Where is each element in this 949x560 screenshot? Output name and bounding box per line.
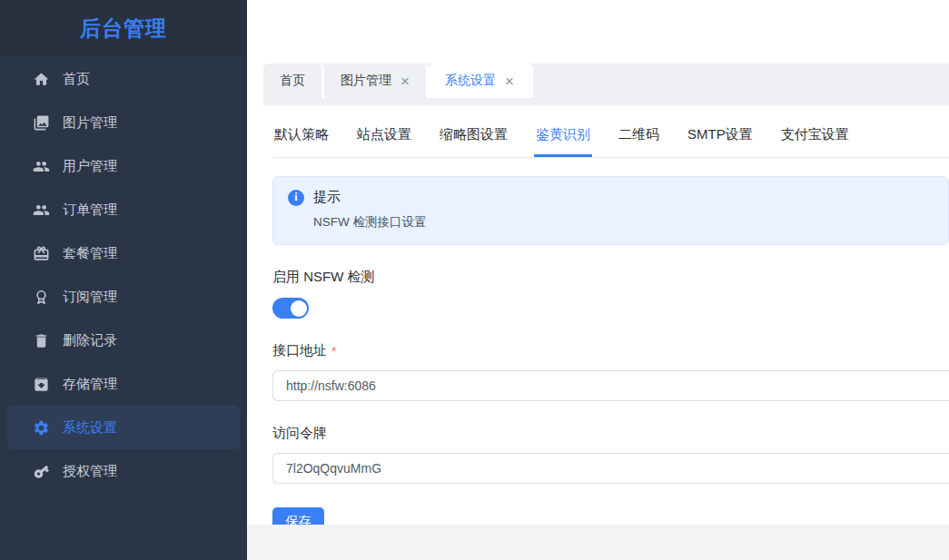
- required-asterisk: *: [331, 344, 336, 359]
- admin-app: 后台管理 首页 图片管理 用户管理: [0, 0, 949, 560]
- gear-icon: [33, 419, 50, 437]
- key-icon: [33, 463, 50, 480]
- users-icon: [33, 201, 50, 219]
- sidebar-item-home[interactable]: 首页: [7, 57, 240, 101]
- main-area: 首页 图片管理 × 系统设置 × 默认策略 站点设置 缩略图设置 鉴黄识别 二维…: [247, 0, 949, 560]
- sidebar-menu: 首页 图片管理 用户管理 订单管理: [0, 56, 247, 493]
- settings-tab-thumbnail-settings[interactable]: 缩略图设置: [438, 119, 509, 157]
- app-title: 后台管理: [80, 15, 167, 43]
- info-icon: i: [288, 190, 304, 206]
- sidebar-item-label: 套餐管理: [63, 245, 117, 262]
- close-icon[interactable]: ×: [400, 74, 410, 89]
- info-alert: i 提示 NSFW 检测接口设置: [272, 176, 949, 245]
- award-icon: [33, 289, 50, 306]
- sidebar-item-label: 订单管理: [63, 201, 117, 219]
- trash-icon: [33, 332, 50, 349]
- nsfw-toggle-label: 启用 NSFW 检测: [272, 269, 949, 286]
- home-icon: [33, 71, 50, 88]
- api-url-label: 接口地址 *: [272, 342, 949, 359]
- sidebar-item-system-settings[interactable]: 系统设置: [7, 406, 240, 449]
- sidebar-item-label: 用户管理: [63, 158, 117, 175]
- settings-tab-alipay[interactable]: 支付宝设置: [779, 119, 851, 157]
- sidebar: 后台管理 首页 图片管理 用户管理: [0, 0, 247, 560]
- settings-tabs: 默认策略 站点设置 缩略图设置 鉴黄识别 二维码 SMTP设置 支付宝设置: [272, 119, 949, 158]
- settings-tab-qrcode[interactable]: 二维码: [617, 119, 661, 157]
- sidebar-item-label: 订阅管理: [63, 289, 117, 306]
- sidebar-item-package-management[interactable]: 套餐管理: [7, 231, 240, 275]
- window-tab-image-management[interactable]: 图片管理 ×: [324, 64, 429, 98]
- window-tab-label: 首页: [280, 73, 305, 89]
- sidebar-item-label: 图片管理: [63, 114, 117, 132]
- toggle-knob: [291, 300, 307, 317]
- page-background: [247, 525, 949, 560]
- alert-title: 提示: [313, 189, 341, 206]
- token-input[interactable]: [272, 453, 949, 484]
- api-url-input[interactable]: [272, 370, 949, 401]
- window-tab-bar: 首页 图片管理 × 系统设置 ×: [263, 64, 949, 106]
- sidebar-item-label: 存储管理: [63, 376, 117, 393]
- sidebar-item-authorization-management[interactable]: 授权管理: [7, 449, 240, 493]
- window-tab-system-settings[interactable]: 系统设置 ×: [429, 64, 533, 98]
- settings-tab-default-policy[interactable]: 默认策略: [272, 119, 331, 157]
- nsfw-toggle[interactable]: [272, 298, 309, 319]
- close-icon[interactable]: ×: [505, 74, 514, 89]
- alert-header: i 提示: [288, 189, 934, 206]
- images-icon: [33, 114, 50, 132]
- sidebar-item-image-management[interactable]: 图片管理: [7, 101, 240, 144]
- sidebar-item-label: 删除记录: [63, 332, 117, 349]
- archive-icon: [33, 376, 50, 393]
- sidebar-item-label: 系统设置: [63, 419, 117, 437]
- sidebar-item-subscription-management[interactable]: 订阅管理: [7, 275, 240, 319]
- settings-tab-site-settings[interactable]: 站点设置: [355, 119, 413, 157]
- token-label: 访问令牌: [272, 425, 949, 442]
- sidebar-item-label: 首页: [63, 71, 90, 88]
- settings-tab-nsfw-detection[interactable]: 鉴黄识别: [534, 119, 592, 157]
- window-tab-label: 图片管理: [341, 73, 391, 89]
- window-tab-label: 系统设置: [445, 73, 496, 89]
- topbar: [247, 0, 949, 64]
- sidebar-item-user-management[interactable]: 用户管理: [7, 144, 240, 188]
- alert-description: NSFW 检测接口设置: [313, 214, 934, 231]
- gift-icon: [33, 245, 50, 262]
- app-logo: 后台管理: [0, 0, 247, 56]
- settings-panel: 默认策略 站点设置 缩略图设置 鉴黄识别 二维码 SMTP设置 支付宝设置 i …: [263, 106, 949, 525]
- sidebar-item-storage-management[interactable]: 存储管理: [7, 362, 240, 406]
- settings-tab-smtp[interactable]: SMTP设置: [686, 119, 755, 157]
- sidebar-item-order-management[interactable]: 订单管理: [7, 188, 240, 231]
- users-icon: [33, 158, 50, 175]
- window-tab-home[interactable]: 首页: [263, 64, 324, 98]
- sidebar-item-delete-records[interactable]: 删除记录: [7, 319, 240, 362]
- sidebar-item-label: 授权管理: [63, 463, 117, 480]
